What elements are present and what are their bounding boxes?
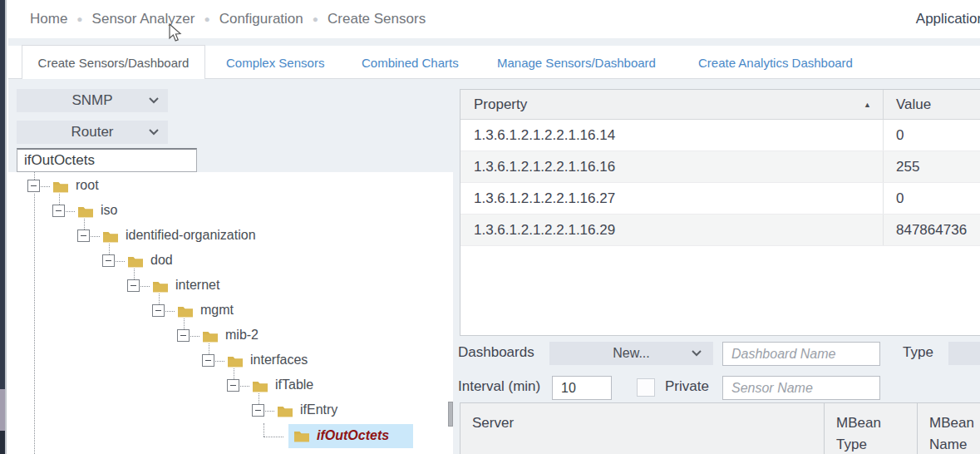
tree-connector [91, 236, 100, 237]
left-rail [0, 0, 7, 454]
device-select[interactable]: Router [17, 121, 168, 144]
mib-filter-input[interactable] [17, 148, 197, 172]
tree-collapse-toggle[interactable] [252, 404, 264, 417]
table-row[interactable]: 1.3.6.1.2.1.2.2.1.16.270 [460, 183, 980, 215]
tree-node-iso[interactable]: iso [101, 203, 117, 218]
property-column-header[interactable]: Property ▲ [460, 90, 884, 119]
sort-ascending-icon: ▲ [864, 101, 871, 109]
property-header-label: Property [474, 96, 527, 113]
tree-collapse-toggle[interactable] [152, 304, 165, 317]
tab-bar: Create Sensors/Dashboard Complex Sensors… [8, 46, 980, 79]
tree-collapse-toggle[interactable] [77, 229, 90, 242]
tree-node-identified-organization[interactable]: identified-organization [126, 228, 256, 243]
tree-collapse-toggle[interactable] [52, 205, 65, 217]
breadcrumb-item-sensor-analyzer[interactable]: Sensor Analyzer [92, 11, 195, 27]
value-column-header[interactable]: Value [884, 90, 980, 119]
tree-node-mib-2[interactable]: mib-2 [225, 328, 259, 343]
value-cell: 0 [884, 120, 980, 151]
tree-connector [234, 368, 234, 379]
tree-collapse-toggle[interactable] [177, 329, 190, 342]
tree-node-internet[interactable]: internet [175, 278, 219, 293]
interval-label: Interval (min) [458, 378, 540, 395]
tree-collapse-toggle[interactable] [227, 379, 239, 392]
tree-node-mgmt[interactable]: mgmt [200, 303, 234, 318]
mib-tree: rootisoidentified-organizationdodinterne… [7, 172, 453, 454]
tree-node-interfaces[interactable]: interfaces [250, 353, 308, 368]
chevron-down-icon [149, 97, 159, 104]
left-rail-scrollbar-thumb[interactable] [0, 389, 5, 431]
application-menu[interactable]: Application [916, 0, 980, 38]
tree-connector [116, 261, 125, 262]
breadcrumb-item-create-sensors[interactable]: Create Sensors [327, 11, 426, 27]
table-row[interactable]: 1.3.6.1.2.1.2.2.1.16.16255 [460, 151, 980, 183]
tree-collapse-toggle[interactable] [202, 354, 214, 367]
tab-create-analytics-dashboard[interactable]: Create Analytics Dashboard [698, 46, 853, 79]
server-table-header: ServerMBean TypeMBean Name [460, 402, 980, 454]
folder-icon [127, 254, 144, 268]
tree-connector [209, 343, 209, 354]
type-select[interactable] [948, 342, 980, 365]
tree-node-ifEntry[interactable]: ifEntry [300, 402, 337, 417]
tree-collapse-toggle[interactable] [127, 279, 140, 292]
folder-icon [152, 279, 169, 293]
folder-icon [177, 304, 194, 318]
splitter-scrollbar[interactable] [448, 402, 453, 427]
tab-combined-charts[interactable]: Combined Charts [362, 46, 459, 79]
tree-collapse-toggle[interactable] [102, 254, 115, 267]
server-table-column-mbean-name[interactable]: MBean Name [918, 403, 980, 454]
tab-complex-sensors[interactable]: Complex Sensors [226, 46, 324, 79]
tree-connector [190, 336, 199, 337]
sensor-name-input[interactable] [722, 376, 880, 400]
tree-connector [140, 286, 150, 287]
server-table-column-mbean-type[interactable]: MBean Type [825, 403, 918, 454]
main-content: SNMP Router rootisoidentified-organizati… [8, 79, 980, 454]
tree-connector [215, 361, 224, 362]
device-select-value: Router [71, 124, 113, 141]
private-checkbox[interactable] [637, 378, 655, 397]
protocol-select[interactable]: SNMP [17, 89, 168, 112]
value-header-label: Value [896, 96, 931, 113]
tree-node-ifOutOctets[interactable]: ifOutOctets [317, 428, 389, 443]
private-label: Private [665, 378, 709, 395]
folder-icon [77, 205, 94, 218]
tree-node-selected[interactable]: ifOutOctets [288, 424, 413, 448]
tree-connector [240, 386, 249, 387]
type-label: Type [903, 344, 933, 361]
tree-connector [66, 211, 75, 212]
sensor-analyzer-app: Home●Sensor Analyzer●Configuration●Creat… [0, 0, 980, 454]
tree-node-root[interactable]: root [76, 178, 99, 193]
tree-collapse-toggle[interactable] [27, 180, 40, 192]
breadcrumb: Home●Sensor Analyzer●Configuration●Creat… [30, 0, 426, 38]
tree-node-dod[interactable]: dod [150, 253, 173, 268]
tab-create-sensors-dashboard[interactable]: Create Sensors/Dashboard [22, 45, 205, 79]
property-table: Property ▲ Value 1.3.6.1.2.1.2.2.1.16.14… [460, 89, 980, 336]
dashboard-select-value: New... [613, 346, 649, 361]
table-row[interactable]: 1.3.6.1.2.1.2.2.1.16.140 [460, 120, 980, 151]
tree-connector [165, 311, 175, 312]
interval-input[interactable] [552, 376, 612, 400]
dashboards-label: Dashboards [458, 344, 534, 361]
table-row[interactable]: 1.3.6.1.2.1.2.2.1.16.29847864736 [460, 215, 980, 246]
tree-connector [134, 269, 135, 279]
property-cell: 1.3.6.1.2.1.2.2.1.16.16 [460, 151, 884, 182]
tab-manage-sensors-dashboard[interactable]: Manage Sensors/Dashboard [497, 46, 656, 79]
tree-connector [263, 423, 264, 437]
breadcrumb-item-home[interactable]: Home [30, 11, 67, 27]
tree-node-ifTable[interactable]: ifTable [275, 378, 313, 392]
server-table-column-server[interactable]: Server [460, 403, 825, 454]
value-cell: 0 [884, 183, 980, 214]
value-cell: 847864736 [884, 215, 980, 245]
tree-connector [34, 194, 35, 454]
chevron-down-icon [149, 129, 159, 136]
breadcrumb-item-configuration[interactable]: Configuration [219, 11, 303, 27]
tree-connector [41, 186, 50, 187]
folder-icon [52, 180, 69, 193]
dashboard-name-input[interactable] [722, 342, 880, 366]
dashboard-select[interactable]: New... [549, 342, 713, 365]
property-cell: 1.3.6.1.2.1.2.2.1.16.14 [460, 120, 884, 151]
tree-connector [259, 393, 259, 404]
property-cell: 1.3.6.1.2.1.2.2.1.16.29 [460, 215, 884, 245]
chevron-down-icon [692, 350, 702, 357]
folder-icon [277, 404, 293, 417]
property-cell: 1.3.6.1.2.1.2.2.1.16.27 [460, 183, 884, 214]
